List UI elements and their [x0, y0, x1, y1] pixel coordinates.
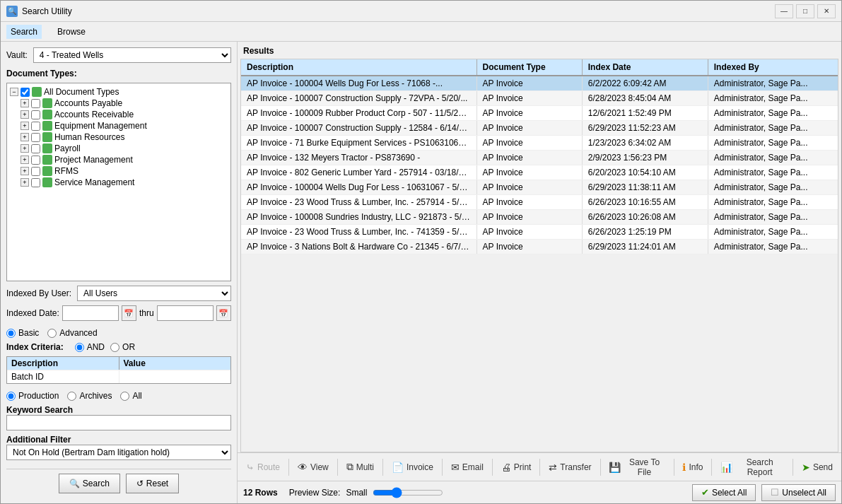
tree-item-all[interactable]: − All Document Types — [10, 86, 228, 98]
table-row[interactable]: AP Invoice - 100008 Sundries Industry, L… — [241, 210, 838, 225]
email-button[interactable]: ✉ Email — [445, 456, 489, 479]
multi-button[interactable]: ⧉ Multi — [341, 456, 380, 479]
tree-label-pr: Payroll — [54, 143, 81, 153]
tree-toggle-all[interactable]: − — [10, 88, 18, 96]
table-cell-0: AP Invoice - 100007 Construction Supply … — [241, 91, 476, 106]
keyword-label: Keyword Search — [6, 405, 231, 415]
preview-slider[interactable] — [373, 487, 443, 498]
table-cell-3: Administrator, Sage Pa... — [708, 180, 838, 195]
index-table: Description Value Batch ID — [6, 356, 231, 384]
indexed-by-select[interactable]: All Users — [77, 286, 231, 301]
tree-toggle-pr[interactable]: + — [21, 144, 29, 153]
tree-item-hr[interactable]: + Human Resources — [21, 131, 228, 143]
minimize-button[interactable]: — — [775, 4, 793, 18]
checkbox-sm[interactable] — [31, 178, 40, 187]
radio-production[interactable]: Production — [6, 391, 59, 401]
tree-toggle-pm[interactable]: + — [21, 156, 29, 164]
table-cell-0: AP Invoice - 3 Nations Bolt & Hardware C… — [241, 240, 476, 254]
checkbox-hr[interactable] — [31, 133, 40, 142]
menu-browse[interactable]: Browse — [53, 25, 90, 39]
select-all-button[interactable]: ✔ Select All — [692, 484, 756, 501]
checkbox-em[interactable] — [31, 122, 40, 131]
checkbox-pm[interactable] — [31, 156, 40, 165]
table-row[interactable]: AP Invoice - 100009 Rubber Product Corp … — [241, 106, 838, 121]
checkbox-ap[interactable] — [31, 99, 40, 108]
radio-all[interactable]: All — [120, 391, 141, 401]
transfer-label: Transfer — [560, 462, 591, 472]
tree-item-pr[interactable]: + Payroll — [21, 143, 228, 154]
radio-archives[interactable]: Archives — [67, 391, 112, 401]
menu-bar: Search Browse — [1, 22, 841, 42]
maximize-button[interactable]: □ — [796, 4, 814, 18]
table-row[interactable]: AP Invoice - 100004 Wells Dug For Less -… — [241, 76, 838, 91]
checkbox-all[interactable] — [21, 88, 30, 97]
keyword-input[interactable] — [6, 415, 231, 430]
index-table-row[interactable]: Batch ID — [7, 370, 230, 383]
reset-button[interactable]: ↺ Reset — [126, 474, 179, 493]
date-to-input[interactable] — [157, 305, 214, 321]
email-icon: ✉ — [451, 462, 460, 473]
date-from-input[interactable] — [62, 305, 119, 321]
indexed-by-row: Indexed By User: All Users — [6, 286, 231, 301]
table-row[interactable]: AP Invoice - 71 Burke Equipment Services… — [241, 136, 838, 151]
tree-item-em[interactable]: + Equipment Management — [21, 120, 228, 131]
radio-basic[interactable]: Basic — [6, 328, 39, 338]
info-label: Info — [689, 462, 703, 472]
tree-toggle-sm[interactable]: + — [21, 178, 29, 187]
table-cell-2: 2/9/2023 1:56:23 PM — [582, 151, 708, 165]
table-row[interactable]: AP Invoice - 802 Generic Lumber Yard - 2… — [241, 165, 838, 180]
tree-toggle-rfms[interactable]: + — [21, 167, 29, 175]
invoice-button[interactable]: 📄 Invoice — [386, 456, 439, 479]
print-label: Print — [514, 462, 532, 472]
checkbox-pr[interactable] — [31, 144, 40, 153]
send-button[interactable]: ➤ Send — [796, 456, 838, 479]
table-cell-3: Administrator, Sage Pa... — [708, 225, 838, 240]
checkbox-ar[interactable] — [31, 110, 40, 119]
view-button[interactable]: 👁 View — [292, 456, 334, 479]
results-table-container[interactable]: Description Document Type Index Date Ind… — [240, 59, 838, 452]
table-row[interactable]: AP Invoice - 100007 Construction Supply … — [241, 91, 838, 106]
tree-toggle-em[interactable]: + — [21, 122, 29, 130]
table-row[interactable]: AP Invoice - 23 Wood Truss & Lumber, Inc… — [241, 225, 838, 240]
sep7 — [600, 459, 601, 476]
table-cell-1: AP Invoice — [476, 225, 582, 240]
table-row[interactable]: AP Invoice - 23 Wood Truss & Lumber, Inc… — [241, 195, 838, 210]
cal-to-button[interactable]: 📅 — [216, 305, 231, 321]
tree-item-ap[interactable]: + Accounts Payable — [21, 98, 228, 109]
search-report-button[interactable]: 📊 Search Report — [715, 456, 790, 479]
tree-item-rfms[interactable]: + RFMS — [21, 165, 228, 177]
unselect-all-button[interactable]: ☐ Unselect All — [761, 484, 836, 501]
tree-item-sm[interactable]: + Service Management — [21, 177, 228, 188]
sep6 — [539, 459, 540, 476]
table-row[interactable]: AP Invoice - 100007 Construction Supply … — [241, 121, 838, 136]
save-to-file-button[interactable]: 💾 Save To File — [603, 456, 670, 479]
table-row[interactable]: AP Invoice - 3 Nations Bolt & Hardware C… — [241, 240, 838, 254]
tree-toggle-hr[interactable]: + — [21, 133, 29, 141]
checkbox-rfms[interactable] — [31, 167, 40, 176]
print-button[interactable]: 🖨 Print — [496, 456, 537, 479]
tree-item-pm[interactable]: + Project Management — [21, 154, 228, 165]
cal-from-button[interactable]: 📅 — [122, 305, 136, 321]
info-button[interactable]: ℹ Info — [677, 456, 708, 479]
search-button[interactable]: 🔍 Search — [59, 474, 120, 493]
transfer-button[interactable]: ⇄ Transfer — [543, 456, 597, 479]
info-icon: ℹ — [682, 462, 686, 473]
doc-types-container[interactable]: − All Document Types + Accounts Payable … — [6, 83, 231, 281]
vault-select[interactable]: 4 - Treated Wells — [33, 47, 231, 63]
radio-or[interactable]: OR — [110, 342, 135, 352]
tree-item-ar[interactable]: + Accounts Receivable — [21, 109, 228, 120]
table-row[interactable]: AP Invoice - 132 Meyers Tractor - PS8736… — [241, 151, 838, 165]
index-cell: Batch ID — [7, 370, 119, 383]
radio-and[interactable]: AND — [75, 342, 105, 352]
table-cell-0: AP Invoice - 71 Burke Equipment Services… — [241, 136, 476, 151]
tree-toggle-ar[interactable]: + — [21, 110, 29, 119]
additional-filter-select[interactable]: Not On Hold (Bertram Dam litigation hold… — [6, 445, 231, 460]
sep2 — [337, 459, 338, 476]
window-controls: — □ ✕ — [775, 4, 836, 18]
radio-advanced[interactable]: Advanced — [47, 328, 97, 338]
tree-toggle-ap[interactable]: + — [21, 99, 29, 107]
table-row[interactable]: AP Invoice - 100004 Wells Dug For Less -… — [241, 180, 838, 195]
close-button[interactable]: ✕ — [817, 4, 836, 18]
menu-search[interactable]: Search — [6, 25, 42, 39]
route-button[interactable]: ⤷ Route — [240, 456, 286, 479]
